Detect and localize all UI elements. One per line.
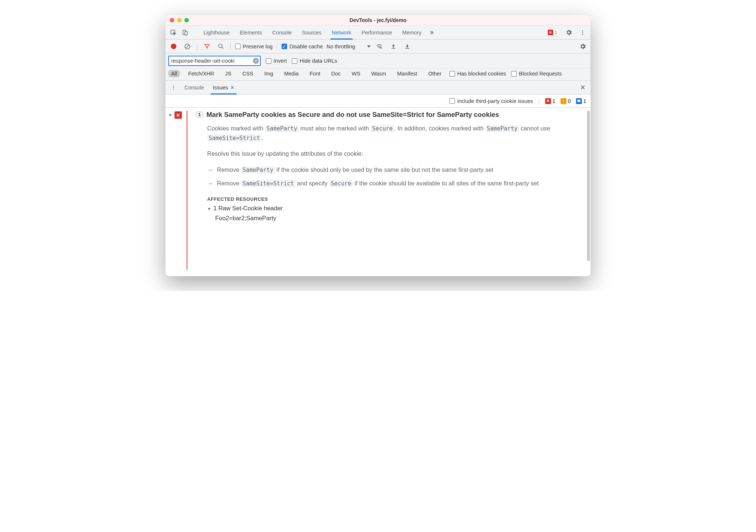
more-tabs-icon[interactable]	[426, 27, 437, 38]
blocked-requests-label: Blocked Requests	[519, 71, 562, 77]
blocked-requests-checkbox[interactable]: Blocked Requests	[511, 71, 562, 77]
disable-cache-checkbox[interactable]: ✓ Disable cache	[282, 44, 323, 49]
invert-label: Invert	[274, 58, 287, 64]
chevron-down-icon	[367, 45, 371, 48]
titlebar: DevTools - jec.fyi/demo	[165, 15, 591, 26]
type-js[interactable]: JS	[222, 70, 234, 77]
type-all[interactable]: All	[168, 70, 180, 77]
checkbox-icon	[266, 58, 271, 64]
clear-icon[interactable]	[182, 41, 192, 52]
drawer-kebab-icon[interactable]	[168, 82, 179, 93]
network-settings-icon[interactable]	[577, 41, 588, 52]
kebab-menu-icon[interactable]	[577, 27, 588, 38]
checkbox-icon	[449, 71, 455, 77]
issue-description: Cookies marked with SameParty must also …	[195, 124, 587, 143]
issue-title-text: Mark SameParty cookies as Secure and do …	[206, 111, 499, 118]
type-wasm[interactable]: Wasm	[368, 70, 389, 77]
download-har-icon[interactable]	[402, 41, 412, 52]
info-badge-count: 1	[583, 98, 586, 104]
error-badge-count: 1	[553, 98, 555, 104]
network-conditions-icon[interactable]	[374, 41, 385, 52]
tab-lighthouse[interactable]: Lighthouse	[198, 26, 235, 40]
type-font[interactable]: Font	[307, 70, 323, 77]
svg-rect-9	[391, 48, 395, 48]
panel-tabs: Lighthouse Elements Console Sources Netw…	[198, 26, 545, 40]
type-fetch-xhr[interactable]: Fetch/XHR	[185, 70, 217, 77]
search-icon[interactable]	[216, 41, 226, 52]
svg-point-3	[582, 30, 583, 32]
include-3p-label: Include third-party cookie issues	[457, 98, 533, 104]
devtools-window: DevTools - jec.fyi/demo Lighthouse Eleme…	[165, 15, 591, 276]
svg-rect-10	[405, 48, 409, 48]
svg-point-7	[219, 44, 222, 48]
preserve-log-checkbox[interactable]: Preserve log	[235, 44, 272, 49]
svg-rect-14	[577, 100, 580, 102]
disable-cache-label: Disable cache	[289, 44, 323, 49]
settings-icon[interactable]	[564, 27, 574, 38]
tab-console[interactable]: Console	[267, 26, 297, 40]
issue-error-icon: ✕	[175, 111, 182, 119]
error-icon: ✕	[548, 30, 553, 35]
drawer-tab-issues-label: Issues	[213, 85, 228, 90]
close-drawer-icon[interactable]: ✕	[577, 82, 588, 93]
checkbox-icon	[511, 71, 517, 77]
warn-badge-icon: !	[561, 98, 566, 104]
preserve-log-label: Preserve log	[243, 44, 272, 49]
issue-error-count[interactable]: ✕ 1	[545, 98, 555, 104]
error-count: 1	[555, 30, 557, 35]
hide-data-urls-checkbox[interactable]: Hide data URLs	[292, 58, 337, 64]
arrow-icon: →	[207, 165, 213, 175]
issue-panel: ▼ ✕ 1Mark SameParty cookies as Secure an…	[165, 108, 591, 276]
main-tabbar: Lighthouse Elements Console Sources Netw…	[165, 26, 591, 40]
type-css[interactable]: CSS	[239, 70, 256, 77]
issue-warn-count[interactable]: ! 0	[561, 98, 571, 104]
issue-title-row[interactable]: 1Mark SameParty cookies as Secure and do…	[195, 111, 587, 119]
tab-sources[interactable]: Sources	[297, 26, 327, 40]
inspect-element-icon[interactable]	[168, 27, 179, 38]
device-toolbar-icon[interactable]	[180, 27, 190, 38]
include-3p-checkbox[interactable]: Include third-party cookie issues	[449, 98, 533, 104]
svg-point-13	[173, 88, 174, 89]
invert-checkbox[interactable]: Invert	[266, 58, 287, 64]
checkbox-icon	[235, 44, 241, 49]
drawer-tabbar: Console Issues ✕ ✕	[165, 81, 591, 95]
svg-point-11	[173, 85, 174, 86]
network-toolbar: Preserve log ✓ Disable cache No throttli…	[165, 40, 591, 53]
tab-performance[interactable]: Performance	[356, 26, 397, 40]
type-ws[interactable]: WS	[349, 70, 363, 77]
checkbox-icon	[449, 98, 455, 104]
affected-resource-row[interactable]: ▼ 1 Raw Set-Cookie header	[195, 205, 587, 212]
has-blocked-cookies-checkbox[interactable]: Has blocked cookies	[449, 71, 506, 77]
upload-har-icon[interactable]	[388, 41, 399, 52]
info-badge-icon	[576, 98, 582, 104]
tab-memory[interactable]: Memory	[397, 26, 426, 40]
tab-elements[interactable]: Elements	[235, 26, 267, 40]
type-manifest[interactable]: Manifest	[394, 70, 420, 77]
issue-count-badge: 1	[195, 111, 203, 118]
drawer-tab-issues[interactable]: Issues ✕	[208, 81, 239, 95]
error-count-badge[interactable]: ✕ 1	[546, 29, 560, 36]
affected-resource-value: Foo2=bar2;SameParty	[195, 215, 587, 222]
has-blocked-label: Has blocked cookies	[457, 71, 506, 77]
tab-network[interactable]: Network	[327, 26, 356, 40]
type-other[interactable]: Other	[425, 70, 444, 77]
type-media[interactable]: Media	[281, 70, 302, 77]
network-filter-row: ✕ Invert Hide data URLs	[165, 53, 591, 69]
type-doc[interactable]: Doc	[328, 70, 344, 77]
collapse-icon[interactable]: ▼	[168, 113, 172, 117]
throttling-select[interactable]: No throttling	[326, 44, 370, 49]
filter-icon[interactable]	[202, 41, 212, 52]
clear-filter-icon[interactable]: ✕	[253, 58, 259, 64]
svg-point-4	[582, 32, 583, 33]
svg-point-8	[380, 47, 382, 48]
scrollbar[interactable]	[587, 111, 590, 261]
filter-input[interactable]	[168, 56, 261, 66]
resource-type-filter: All Fetch/XHR JS CSS Img Media Font Doc …	[165, 69, 591, 81]
issue-bullet-2: → Remove SameSite=Strict and specify Sec…	[195, 179, 587, 188]
svg-point-12	[173, 87, 174, 88]
issue-info-count[interactable]: 1	[576, 98, 586, 104]
type-img[interactable]: Img	[261, 70, 276, 77]
record-button[interactable]	[168, 41, 179, 52]
close-tab-icon[interactable]: ✕	[230, 85, 235, 90]
drawer-tab-console[interactable]: Console	[180, 81, 208, 95]
